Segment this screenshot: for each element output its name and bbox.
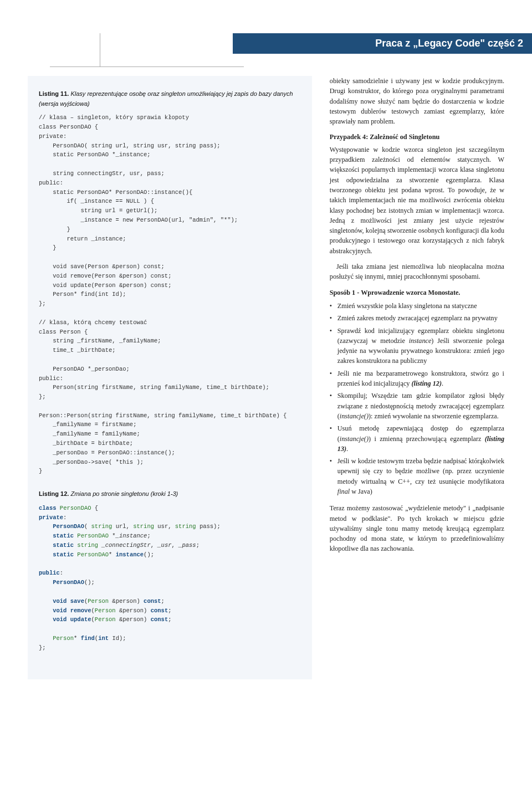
listing-12-title: Listing 12. Zmiana po stronie singletonu… xyxy=(39,489,301,499)
left-column: Listing 11. Klasy reprezentujące osobę o… xyxy=(28,76,312,679)
page: Praca z „Legacy Code" część 2 Listing 11… xyxy=(0,33,532,799)
content-columns: Listing 11. Klasy reprezentujące osobę o… xyxy=(28,76,504,679)
listing-11-caption: Klasy reprezentujące osobę oraz singleto… xyxy=(39,90,293,107)
listing-12-prefix: Listing 12. xyxy=(39,490,69,497)
right-column: obiekty samodzielnie i używany jest w ko… xyxy=(330,76,504,679)
list-item: Sprawdź kod inicjalizujący egzemplarz ob… xyxy=(330,326,504,366)
page-title: Praca z „Legacy Code" część 2 xyxy=(375,38,523,49)
case-4-title: Przypadek 4: Zależność od Singletonu xyxy=(330,132,504,142)
paragraph-2: Występowanie w kodzie wzorca singleton j… xyxy=(330,145,504,256)
listing-11-code: // klasa – singleton, który sprawia kłop… xyxy=(39,113,301,476)
list-item: Zmień wszystkie pola klasy singletona na… xyxy=(330,301,504,311)
listing-12-caption: Zmiana po stronie singletonu (kroki 1-3) xyxy=(70,490,178,497)
method-1-title: Sposób 1 - Wprowadzenie wzorca Monostate… xyxy=(330,288,504,298)
list-item: Skompiluj; Wszędzie tam gdzie kompilator… xyxy=(330,391,504,421)
listing-11-prefix: Listing 11. xyxy=(39,90,69,97)
steps-list: Zmień wszystkie pola klasy singletona na… xyxy=(330,301,504,496)
list-item: Jeśli nie ma bezparametrowego konstrukto… xyxy=(330,368,504,389)
list-item: Jeśli w kodzie testowym trzeba będzie na… xyxy=(330,456,504,496)
list-item: Zmień zakres metody zwracającej egzempla… xyxy=(330,313,504,323)
page-title-bar: Praca z „Legacy Code" część 2 xyxy=(233,33,532,54)
list-item: Usuń metodę zapewniającą dostęp do egzem… xyxy=(330,423,504,454)
paragraph-1: obiekty samodzielnie i używany jest w ko… xyxy=(330,76,504,126)
paragraph-after: Teraz możemy zastosować „wydzielenie met… xyxy=(330,503,504,554)
decorative-horizontal-line xyxy=(50,66,244,67)
listing-11-title: Listing 11. Klasy reprezentujące osobę o… xyxy=(39,89,301,109)
listing-12-code: class PersonDAO { private: PersonDAO( st… xyxy=(39,504,301,653)
paragraph-3: Jeśli taka zmiana jest niemożliwa lub ni… xyxy=(330,262,504,282)
decorative-vertical-line xyxy=(100,33,100,67)
